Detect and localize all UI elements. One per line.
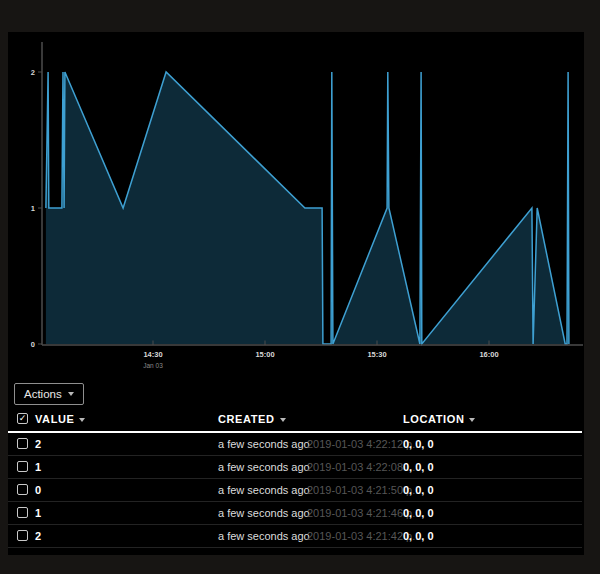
table-row: 2 a few seconds ago 2019-01-03 4:21:42 p…	[8, 525, 582, 548]
app-panel: 012 14:30Jan 0315:0015:3016:00 Actions ✓…	[8, 32, 584, 555]
actions-button[interactable]: Actions	[14, 383, 84, 405]
column-header-value-label: VALUE	[35, 413, 74, 425]
table-row: 2 a few seconds ago 2019-01-03 4:22:12 p…	[8, 433, 582, 456]
sort-caret-icon	[79, 418, 85, 422]
location-cell: 0, 0, 0	[403, 502, 434, 524]
column-header-created-label: CREATED	[218, 413, 275, 425]
sort-caret-icon	[469, 418, 475, 422]
created-relative: a few seconds ago	[218, 502, 310, 524]
actions-label: Actions	[24, 388, 62, 400]
svg-text:Jan 03: Jan 03	[143, 362, 163, 369]
select-all-checkbox[interactable]: ✓	[17, 413, 28, 424]
svg-text:14:30: 14:30	[143, 350, 162, 359]
column-header-location[interactable]: LOCATION	[403, 409, 475, 430]
row-checkbox[interactable]	[17, 507, 28, 518]
value-cell: 1	[35, 502, 41, 524]
svg-text:15:30: 15:30	[367, 350, 386, 359]
column-header-created[interactable]: CREATED	[218, 409, 286, 430]
table-header-row: ✓ VALUE CREATED LOCATION	[8, 409, 582, 430]
check-icon: ✓	[19, 413, 27, 423]
created-timestamp: 2019-01-03 4:22:08 ...	[307, 456, 415, 478]
table-body: 2 a few seconds ago 2019-01-03 4:22:12 p…	[8, 433, 582, 548]
value-cell: 2	[35, 433, 41, 455]
created-relative: a few seconds ago	[218, 456, 310, 478]
value-cell: 2	[35, 525, 41, 547]
created-relative: a few seconds ago	[218, 525, 310, 547]
sort-caret-icon	[280, 418, 286, 422]
location-cell: 0, 0, 0	[403, 433, 434, 455]
svg-text:16:00: 16:00	[479, 350, 498, 359]
location-cell: 0, 0, 0	[403, 525, 434, 547]
table-row: 0 a few seconds ago 2019-01-03 4:21:50 p…	[8, 479, 582, 502]
table-row: 1 a few seconds ago 2019-01-03 4:22:08 .…	[8, 456, 582, 479]
row-checkbox[interactable]	[17, 530, 28, 541]
svg-text:0: 0	[31, 340, 35, 349]
chevron-down-icon	[68, 392, 74, 396]
timeseries-chart: 012 14:30Jan 0315:0015:3016:00	[8, 32, 584, 375]
location-cell: 0, 0, 0	[403, 456, 434, 478]
svg-text:1: 1	[31, 204, 35, 213]
column-header-location-label: LOCATION	[403, 413, 464, 425]
svg-text:15:00: 15:00	[255, 350, 274, 359]
y-axis-ticks: 012	[31, 68, 42, 349]
value-cell: 1	[35, 456, 41, 478]
chart-svg: 012 14:30Jan 0315:0015:3016:00	[8, 32, 584, 375]
location-cell: 0, 0, 0	[403, 479, 434, 501]
column-header-value[interactable]: VALUE	[35, 409, 85, 430]
row-checkbox[interactable]	[17, 461, 28, 472]
row-checkbox[interactable]	[17, 484, 28, 495]
table-row: 1 a few seconds ago 2019-01-03 4:21:46 p…	[8, 502, 582, 525]
row-checkbox[interactable]	[17, 438, 28, 449]
svg-text:2: 2	[31, 68, 35, 77]
created-relative: a few seconds ago	[218, 433, 310, 455]
value-cell: 0	[35, 479, 41, 501]
created-relative: a few seconds ago	[218, 479, 310, 501]
